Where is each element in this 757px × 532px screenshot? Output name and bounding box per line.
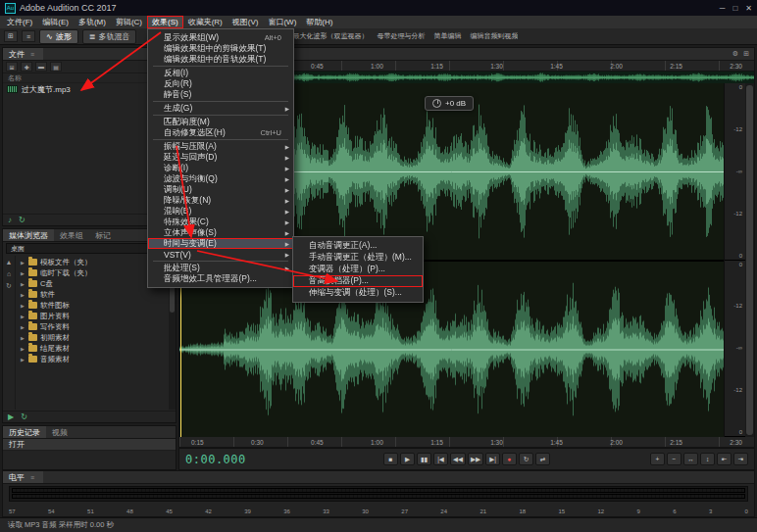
- tree-caret-icon[interactable]: ▶: [21, 292, 25, 298]
- tree-caret-icon[interactable]: ▶: [21, 303, 25, 309]
- menubar-item[interactable]: 效果(S): [147, 16, 183, 28]
- tree-item[interactable]: ▶ 图片资料: [16, 311, 169, 321]
- bottom-time-ruler[interactable]: 0:150:300:451:001:151:301:452:002:152:30: [179, 437, 754, 448]
- media-browser-tab[interactable]: 标记: [89, 229, 117, 241]
- tree-item[interactable]: ▶ 写作资料: [16, 321, 169, 332]
- panel-menu-icon[interactable]: ≡: [27, 474, 37, 481]
- history-tab[interactable]: 历史记录: [3, 426, 46, 438]
- menubar-item[interactable]: 视图(V): [227, 16, 264, 28]
- location-select[interactable]: 桌面 ▾: [6, 243, 158, 254]
- tree-item[interactable]: ▶ 临时下载（夹）: [16, 267, 169, 278]
- tree-item[interactable]: ▶ 软件: [16, 289, 169, 300]
- workspace-item[interactable]: 最大化波形（双监视器）: [292, 31, 368, 41]
- menubar-item[interactable]: 剪辑(C): [111, 16, 147, 28]
- menu-item[interactable]: 批处理(S) ▶: [148, 263, 293, 273]
- refresh-icon[interactable]: ↻: [6, 282, 12, 290]
- tree-caret-icon[interactable]: ▶: [21, 281, 25, 287]
- menu-item[interactable]: 立体声声像(S) ▶: [148, 227, 293, 238]
- menubar-item[interactable]: 窗口(W): [263, 16, 301, 28]
- submenu-item[interactable]: 自动音调更正(A)...: [293, 240, 423, 252]
- media-browser-tab[interactable]: 媒体浏览器: [3, 229, 54, 241]
- tree-caret-icon[interactable]: ▶: [21, 357, 25, 363]
- levels-tab[interactable]: 电平 ≡: [3, 471, 43, 483]
- pause-button[interactable]: ▮▮: [417, 453, 431, 465]
- amplitude-ruler[interactable]: 0-12-∞-120 0-12-∞-120: [724, 83, 745, 437]
- menu-item[interactable]: 特殊效果(C) ▶: [148, 217, 293, 227]
- files-tab[interactable]: 文件 ≡: [3, 48, 43, 60]
- menu-item[interactable]: 反向(R): [148, 78, 293, 89]
- history-tab[interactable]: 视频: [46, 426, 74, 438]
- submenu-item[interactable]: 手动音调更正（处理）(M)...: [293, 252, 423, 264]
- tree-caret-icon[interactable]: ▶: [21, 260, 25, 266]
- tree-item[interactable]: ▶ 软件图标: [16, 300, 169, 311]
- record-button[interactable]: ●: [502, 453, 517, 465]
- play-button[interactable]: ▶: [400, 453, 415, 465]
- zoom-out-button[interactable]: −: [667, 453, 681, 465]
- zoom-to-selection-button[interactable]: ⇤: [717, 453, 732, 465]
- new-file-icon[interactable]: ✚: [21, 62, 32, 72]
- menu-item[interactable]: 编辑效果组中的音轨效果(T): [148, 54, 293, 65]
- volume-hud[interactable]: +0 dB: [425, 96, 474, 111]
- tree-caret-icon[interactable]: ▶: [21, 324, 25, 330]
- submenu-item[interactable]: 变调器（处理）(P)...: [293, 264, 423, 275]
- menubar-item[interactable]: 收藏夹(R): [183, 16, 227, 28]
- fast-forward-button[interactable]: ▶▶: [468, 453, 483, 465]
- tree-caret-icon[interactable]: ▶: [21, 270, 25, 276]
- menu-item[interactable]: 音频增效工具管理器(P)...: [148, 273, 293, 284]
- multitrack-view-button[interactable]: ≣ 多轨混音: [82, 29, 137, 44]
- menu-item[interactable]: 反相(I): [148, 68, 293, 78]
- tree-caret-icon[interactable]: ▶: [21, 335, 25, 341]
- menu-item[interactable]: 匹配响度(M): [148, 117, 293, 127]
- workspace-item[interactable]: 母带处理与分析: [377, 31, 425, 41]
- panel-menu-icon[interactable]: ≡: [27, 51, 37, 58]
- tree-caret-icon[interactable]: ▶: [21, 346, 25, 352]
- tree-caret-icon[interactable]: ▶: [21, 314, 25, 319]
- submenu-item[interactable]: 音高换档器(P)...: [293, 275, 423, 287]
- zoom-in-amplitude-button[interactable]: ↕: [700, 453, 715, 465]
- menu-item[interactable]: 延迟与回声(D) ▶: [148, 152, 293, 163]
- menu-item[interactable]: 显示效果组(W) Alt+0: [148, 32, 293, 43]
- loop-playback-icon[interactable]: ↻: [19, 216, 25, 224]
- menu-item[interactable]: 时间与变调(E) ▶: [148, 238, 293, 249]
- move-next-button[interactable]: ▶|: [485, 453, 500, 465]
- tree-item[interactable]: ▶ 结尾素材: [16, 343, 169, 354]
- rewind-button[interactable]: ◀◀: [450, 453, 466, 465]
- tree-item[interactable]: ▶ 音频素材: [16, 354, 169, 364]
- autoplay-icon[interactable]: ♪: [8, 216, 12, 224]
- zoom-full-button[interactable]: ⇥: [733, 453, 748, 465]
- zoom-in-time-button[interactable]: ↔: [683, 453, 698, 465]
- menu-item[interactable]: 静音(S): [148, 89, 293, 100]
- close-button[interactable]: ✕: [745, 4, 752, 13]
- menu-item[interactable]: 诊断(I) ▶: [148, 163, 293, 173]
- vertical-scrollbar[interactable]: [745, 83, 754, 437]
- workspace-item[interactable]: 编辑音频到视频: [470, 31, 518, 41]
- submenu-item[interactable]: 伸缩与变调（处理）(S)...: [293, 287, 423, 299]
- tree-item[interactable]: ▶ 初期素材: [16, 332, 169, 343]
- up-level-icon[interactable]: ▲: [6, 259, 13, 266]
- stop-button[interactable]: ■: [383, 453, 398, 465]
- preview-loop-icon[interactable]: ↻: [21, 412, 27, 421]
- tree-item[interactable]: ▶ 模板文件（夹）: [16, 257, 169, 267]
- history-entry[interactable]: 打开: [3, 439, 176, 451]
- menu-item[interactable]: 混响(B) ▶: [148, 206, 293, 217]
- menu-item[interactable]: 编辑效果组中的剪辑效果(T): [148, 43, 293, 54]
- menu-item[interactable]: 调制(U) ▶: [148, 184, 293, 195]
- move-tool-icon[interactable]: ≡: [22, 30, 35, 42]
- menu-item[interactable]: 生成(G) ▶: [148, 103, 293, 114]
- move-previous-button[interactable]: |◀: [433, 453, 448, 465]
- minimize-button[interactable]: ─: [720, 4, 726, 13]
- menubar-item[interactable]: 多轨(M): [74, 16, 111, 28]
- workspace-item[interactable]: 简单编辑: [433, 31, 461, 41]
- delete-file-icon[interactable]: ▬: [35, 62, 47, 72]
- editor-settings-icon[interactable]: ⚙: [732, 50, 738, 58]
- zoom-in-button[interactable]: +: [650, 453, 665, 465]
- tree-item[interactable]: ▶ C盘: [16, 278, 169, 289]
- maximize-button[interactable]: □: [732, 4, 737, 13]
- menu-item[interactable]: 降噪/恢复(N) ▶: [148, 195, 293, 206]
- volume-dial-icon[interactable]: [432, 99, 441, 108]
- list-view-icon[interactable]: ▤: [50, 62, 62, 72]
- tools-icon[interactable]: ⊞: [4, 30, 18, 42]
- menubar-item[interactable]: 编辑(E): [37, 16, 74, 28]
- preview-play-icon[interactable]: ▶: [8, 412, 14, 421]
- menubar-item[interactable]: 文件(F): [2, 16, 37, 28]
